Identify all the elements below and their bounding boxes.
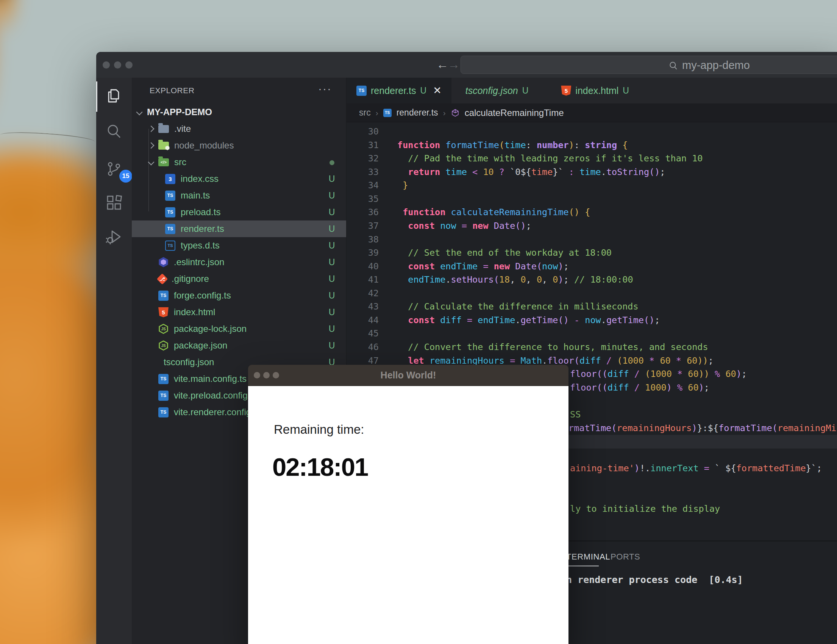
file-icon-wrap [158, 257, 169, 268]
command-center-search[interactable]: my-app-demo [461, 56, 837, 74]
folder-icon [158, 125, 169, 133]
hello-window-title: Hello World! [248, 370, 568, 381]
chevron-down-icon [136, 109, 143, 115]
tree-item-renderer-ts[interactable]: TSrenderer.tsU [132, 220, 346, 237]
tree-item-label: .vite [174, 123, 191, 134]
tree-item-label: .eslintrc.json [174, 257, 224, 268]
line-number: 44 [346, 314, 379, 327]
hello-window-titlebar[interactable]: Hello World! [248, 365, 568, 386]
tree-item-label: node_modules [174, 140, 234, 151]
code-fragment-line-49: floor((diff / 1000) % 60); [570, 381, 709, 395]
tab-modified-badge: U [522, 85, 529, 96]
line-content: const endTime = new Date(now); [397, 260, 569, 274]
git-status-badge: U [324, 207, 339, 217]
line-number: 42 [346, 287, 379, 301]
line-content: function calculateRemainingTime() { [397, 206, 590, 219]
tab-renderer-ts[interactable]: TSrenderer.tsU✕ [346, 78, 451, 104]
tree-item-package-lock-json[interactable]: JSpackage-lock.jsonU [132, 320, 346, 337]
typescript-file-icon: TS [165, 224, 176, 234]
tab-close-icon[interactable]: ✕ [433, 84, 441, 97]
line-number: 41 [346, 273, 379, 287]
tree-item-forge-config-ts[interactable]: TSforge.config.tsU [132, 287, 346, 304]
explorer-icon[interactable] [105, 87, 123, 105]
zoom-traffic-light[interactable] [125, 61, 133, 69]
git-file-icon: ⎇ [157, 273, 168, 284]
eslint-file-icon [158, 257, 169, 268]
line-number: 33 [346, 166, 379, 179]
node-modules-folder-icon [158, 142, 169, 150]
vscode-titlebar[interactable]: ← → my-app-demo [96, 52, 837, 78]
git-status-badge: U [324, 291, 339, 301]
search-view-icon[interactable] [105, 122, 123, 141]
tree-item-preload-ts[interactable]: TSpreload.tsU [132, 204, 346, 220]
active-tab-underline [565, 565, 599, 566]
tree-item-label: types.d.ts [181, 240, 220, 251]
breadcrumb-file[interactable]: renderer.ts [397, 108, 438, 118]
line-number: 30 [346, 125, 379, 139]
line-content: } [397, 179, 408, 192]
code-line-30: 30 [346, 125, 837, 139]
tree-item-label: tsconfig.json [164, 357, 214, 368]
tree-item-src[interactable]: </>src [132, 154, 346, 171]
tree-item-label: src [174, 157, 186, 168]
git-status-badge: U [324, 224, 339, 234]
workspace-root-row[interactable]: MY-APP-DEMO [132, 104, 346, 120]
line-content: // Set the end of the workday at 18:00 [397, 246, 612, 260]
typescript-file-icon: TS [158, 407, 169, 417]
tab-tsconfig-json[interactable]: TStsconfig.jsonU [451, 78, 538, 104]
run-debug-icon[interactable] [105, 228, 123, 246]
tab-terminal[interactable]: TERMINAL [566, 552, 610, 562]
git-status-badge: U [324, 340, 339, 351]
file-icon-wrap: JS [158, 340, 169, 351]
code-fragment-line-58: ly to initialize the display [570, 502, 720, 516]
tab-file-icon: 5 [561, 85, 571, 96]
minimize-traffic-light[interactable] [114, 61, 121, 69]
extensions-icon[interactable] [105, 194, 123, 212]
code-line-40: 40 const endTime = new Date(now); [346, 260, 837, 274]
tree-item-index-html[interactable]: 5index.htmlU [132, 304, 346, 320]
tree-item-index-css[interactable]: 3index.cssU [132, 171, 346, 187]
file-icon-wrap: TS [158, 407, 169, 417]
navigate-forward-icon[interactable]: → [448, 57, 460, 72]
explorer-title: EXPLORER [149, 86, 194, 95]
line-number: 32 [346, 152, 379, 166]
tab-index-html[interactable]: 5index.htmlU [538, 78, 639, 104]
tree-item-types-d-ts[interactable]: TStypes.d.tsU [132, 237, 346, 254]
tab-ports[interactable]: PORTS [611, 552, 640, 562]
git-status-badge: U [324, 191, 339, 201]
source-control-badge: 15 [119, 170, 132, 182]
typescript-file-icon: TS [356, 85, 367, 96]
line-content: // Convert the difference to hours, minu… [397, 340, 708, 354]
breadcrumb[interactable]: src › TS renderer.ts › calculateRemainin… [346, 104, 837, 122]
navigate-back-icon[interactable]: ← [436, 57, 448, 72]
tree-item--gitignore[interactable]: ⎇.gitignoreU [132, 271, 346, 287]
tree-item--eslintrc-json[interactable]: .eslintrc.jsonU [132, 254, 346, 271]
source-control-icon[interactable]: 15 [105, 160, 123, 178]
tree-item-node-modules[interactable]: node_modules [132, 137, 346, 154]
file-icon-wrap [158, 125, 169, 133]
line-number: 40 [346, 260, 379, 274]
activity-bar: 15 [96, 78, 132, 644]
code-line-34: 34 } [346, 179, 837, 192]
typescript-file-icon: TS [158, 291, 169, 301]
file-icon-wrap: TS [165, 191, 176, 201]
close-traffic-light[interactable] [103, 61, 110, 69]
tree-item-main-ts[interactable]: TSmain.tsU [132, 187, 346, 204]
breadcrumb-symbol[interactable]: calculateRemainingTime [465, 108, 564, 118]
html-file-icon: 5 [561, 85, 571, 96]
git-status-badge: U [324, 274, 339, 284]
chevron-right-icon: › [376, 108, 378, 117]
search-icon [668, 61, 678, 71]
file-icon-wrap: 5 [158, 307, 169, 317]
tab-label: renderer.ts [371, 85, 416, 96]
line-number: 35 [346, 192, 379, 206]
tree-item-package-json[interactable]: JSpackage.jsonU [132, 337, 346, 354]
breadcrumb-folder[interactable]: src [359, 108, 371, 118]
npm-file-icon: JS [158, 324, 169, 334]
tab-label: tsconfig.json [466, 85, 518, 96]
more-actions-icon[interactable]: ··· [318, 82, 332, 95]
sidebar-header: EXPLORER ··· [132, 84, 346, 98]
tree-item--vite[interactable]: .vite [132, 120, 346, 137]
line-content: function formatTime(time: number): strin… [397, 139, 628, 152]
line-content: const now = new Date(); [397, 219, 531, 233]
